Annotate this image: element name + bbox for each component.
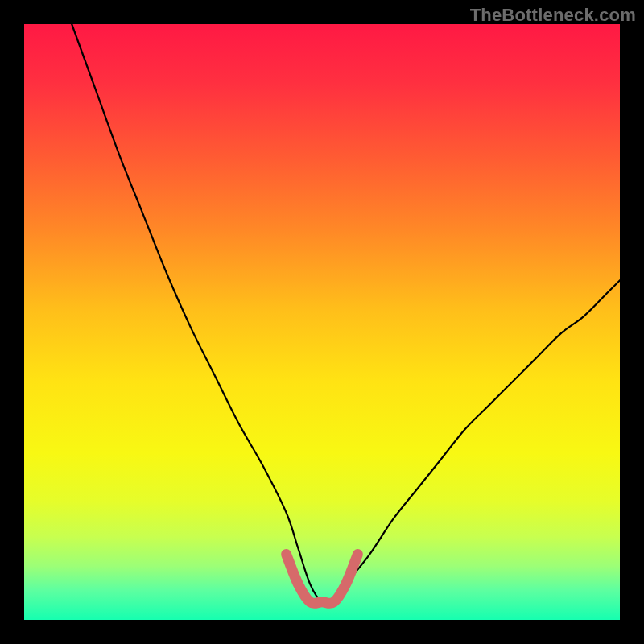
watermark-text: TheBottleneck.com	[470, 5, 636, 26]
valley-marker	[287, 555, 358, 604]
bottleneck-curve	[72, 24, 620, 605]
curve-layer	[24, 24, 620, 620]
chart-frame: TheBottleneck.com	[0, 0, 644, 644]
plot-area	[24, 24, 620, 620]
